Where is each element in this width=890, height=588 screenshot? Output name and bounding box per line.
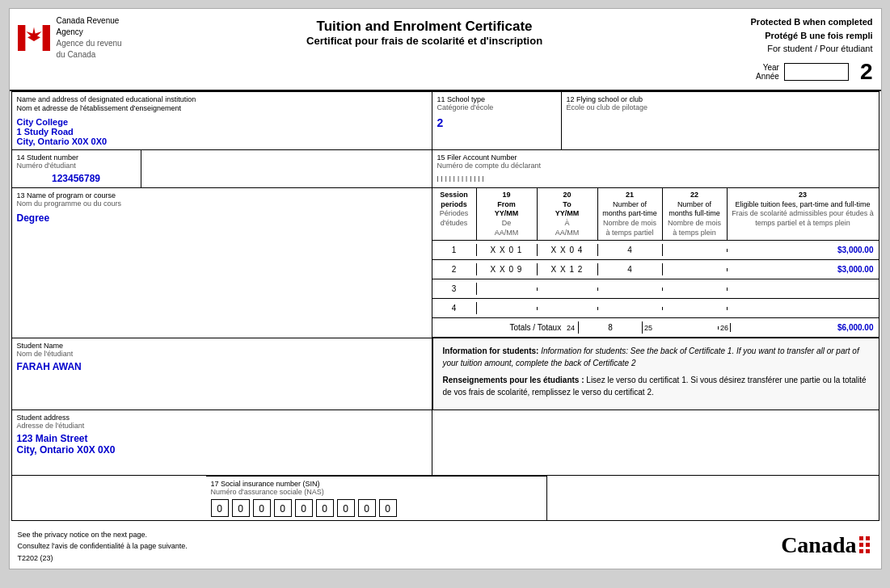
session-to-header: 20 ToYY/MM ÀAA/MM (538, 188, 598, 240)
student-addr2: City, Ontario X0X 0X0 (17, 444, 427, 456)
parttime-3 (598, 288, 663, 291)
school-type-label-en: School type (447, 95, 485, 103)
student-name-value: FARAH AWAN (17, 361, 427, 372)
eligible-1: $3,000.00 (728, 244, 879, 256)
sin-digit-2: 0 (232, 499, 250, 517)
period-2: 2 (432, 263, 477, 275)
to-4 (538, 307, 598, 310)
student-address-cell: Student address Adresse de l'étudiant 12… (12, 410, 432, 475)
sin-row: 17 Social insurance number (SIN) Numéro … (12, 476, 879, 520)
svg-rect-0 (18, 25, 26, 51)
totals-row: Totals / Totaux 24 8 25 26 $6,000.00 (432, 318, 879, 338)
form-code: T2202 (23) (18, 552, 188, 564)
canada-wordmark: Canada (781, 527, 872, 564)
from-4 (477, 307, 538, 310)
institution-row: Name and address of designated education… (12, 92, 879, 150)
eligible-4 (728, 307, 879, 310)
year-input[interactable] (784, 63, 849, 81)
session-header: Session periods Périodes d'études 19 Fro… (432, 188, 879, 241)
totals-label: Totals / Totaux 24 (432, 323, 578, 332)
eligible-2: $3,000.00 (728, 263, 879, 275)
school-type-cell: 1911 School type Catégorie d'école 2 (432, 92, 562, 149)
student-num-cell: 14 Student number Numéro d'étudiant 1234… (12, 150, 141, 187)
canada-flag-icon (18, 22, 50, 54)
period-1: 1 (432, 244, 477, 256)
sin-digit-1: 0 (211, 499, 229, 517)
fulltime-2 (663, 268, 728, 271)
title-fr: Certificat pour frais de scolarité et d'… (122, 35, 728, 47)
privacy-notice-fr: Consultez l'avis de confidentialité à la… (18, 540, 188, 552)
program-value: Degree (17, 212, 427, 224)
flying-label-en: Flying school or club (576, 95, 643, 103)
sin-digit-3: 0 (253, 499, 271, 517)
form-body: Name and address of designated education… (11, 91, 879, 522)
filer-cell: 15 Filer Account Number Numéro de compte… (432, 150, 879, 187)
session-periods-header: Session periods Périodes d'études (432, 188, 477, 240)
canada-dots-icon (858, 535, 873, 557)
student-num-outer: 14 Student number Numéro d'étudiant 1234… (12, 150, 432, 187)
flying-label-fr: École ou club de pilotage (567, 103, 874, 111)
institution-addr2: City, Ontario X0X 0X0 (17, 136, 427, 146)
period-3: 3 (432, 283, 477, 295)
student-addr-label-fr: Adresse de l'étudiant (17, 422, 427, 430)
student-number-value: 123456789 (17, 173, 136, 184)
sin-digit-7: 0 (337, 499, 355, 517)
student-address-row: Student address Adresse de l'étudiant 12… (12, 410, 879, 476)
institution-label-fr: Nom et adresse de l'établissement d'ense… (17, 104, 427, 114)
filer-spacer (141, 150, 432, 187)
school-type-value: 2 (437, 116, 556, 129)
to-2: X X 1 2 (538, 263, 598, 275)
title-en: Tuition and Enrolment Certificate (122, 19, 728, 35)
from-3 (477, 288, 538, 291)
protected-label: Protected B when completed Protégé B une… (728, 15, 873, 56)
sin-digit-9: 0 (379, 499, 397, 517)
sin-spacer (12, 476, 206, 520)
parttime-2: 4 (598, 263, 663, 275)
form-title: Tuition and Enrolment Certificate Certif… (122, 15, 728, 47)
program-cell: 13 Name of program or course Nom du prog… (12, 188, 432, 338)
svg-rect-3 (859, 536, 863, 540)
svg-rect-8 (866, 549, 870, 553)
parttime-4 (598, 307, 663, 310)
svg-rect-5 (859, 543, 863, 547)
protected-en: Protected B when completed (751, 17, 873, 27)
student-name-info-row: Student Name Nom de l'étudiant FARAH AWA… (12, 338, 879, 410)
svg-rect-6 (866, 543, 870, 547)
session-row-4: 4 (432, 299, 879, 318)
total-eligible: $6,000.00 (730, 323, 878, 332)
student-addr-label-en: Student address (17, 414, 427, 422)
to-1: X X 0 4 (538, 244, 598, 256)
for-student-label: For student / Pour étudiant (728, 42, 873, 56)
form-page: Canada Revenue Agency Agence du revenu d… (9, 8, 882, 569)
info-en: Information for students: Information fo… (443, 345, 869, 369)
student-number-row: 14 Student number Numéro d'étudiant 1234… (12, 150, 879, 188)
logo-area: Canada Revenue Agency Agence du revenu d… (18, 15, 122, 61)
institution-addr1: 1 Study Road (17, 127, 427, 136)
from-2: X X 0 9 (477, 263, 538, 275)
form-header: Canada Revenue Agency Agence du revenu d… (10, 9, 881, 91)
student-name-cell: Student Name Nom de l'étudiant FARAH AWA… (12, 338, 432, 410)
privacy-notice-en: See the privacy notice on the next page. (18, 529, 188, 540)
session-parttime-header: 21 Number of months part-time Nombre de … (598, 188, 663, 240)
session-row-2: 2 X X 0 9 X X 1 2 4 $3,000.00 (432, 260, 879, 279)
program-session-row: 13 Name of program or course Nom du prog… (12, 188, 879, 338)
sin-cell: 17 Social insurance number (SIN) Numéro … (206, 476, 548, 520)
sin-digits: 0 0 0 0 0 0 0 0 0 (211, 499, 542, 517)
from-1: X X 0 1 (477, 244, 538, 256)
student-addr1: 123 Main Street (17, 433, 427, 444)
total-fulltime (654, 326, 719, 330)
flying-cell: 12 Flying school or club École ou club d… (562, 92, 879, 149)
sin-digit-8: 0 (358, 499, 376, 517)
session-row-1: 1 X X 0 1 X X 0 4 4 $3,000.00 (432, 241, 879, 260)
to-3 (538, 288, 598, 291)
fulltime-4 (663, 307, 728, 310)
agency-name: Canada Revenue Agency Agence du revenu d… (57, 15, 122, 61)
parttime-1: 4 (598, 244, 663, 256)
protected-fr: Protégé B une fois rempli (765, 31, 872, 40)
fulltime-1 (663, 249, 728, 252)
info-fr: Renseignements pour les étudiants : Lise… (443, 374, 869, 398)
session-from-header: 19 FromYY/MM DeAA/MM (477, 188, 538, 240)
info-box: Information for students: Information fo… (432, 338, 879, 410)
session-row-3: 3 (432, 279, 879, 299)
svg-rect-1 (42, 25, 50, 51)
